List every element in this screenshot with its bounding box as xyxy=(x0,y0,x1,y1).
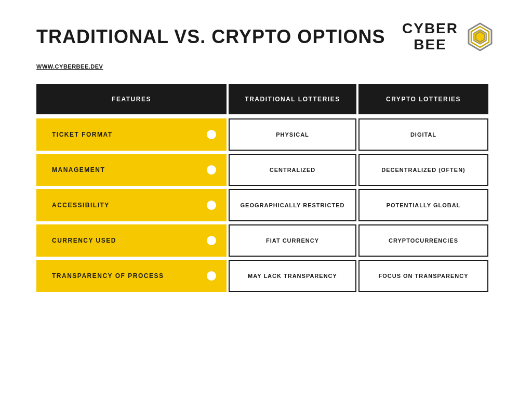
page: TRADITIONAL VS. CRYPTO OPTIONS CYBER BEE… xyxy=(0,0,532,399)
table-row: ACCESSIBILITY GEOGRAPHICALLY RESTRICTED … xyxy=(36,189,496,221)
traditional-value-accessibility: GEOGRAPHICALLY RESTRICTED xyxy=(229,189,356,221)
col-header-traditional: TRADITIONAL LOTTERIES xyxy=(229,84,356,114)
feature-label: ACCESSIBILITY xyxy=(52,202,110,209)
table-row: CURRENCY USED FIAT CURRENCY CRYPTOCURREN… xyxy=(36,224,496,257)
feature-cell-transparency: TRANSPARENCY OF PROCESS xyxy=(36,260,227,292)
feature-label: TICKET FORMAT xyxy=(52,131,113,138)
crypto-value-currency: CRYPTOCURRENCIES xyxy=(358,224,488,257)
traditional-value-currency: FIAT CURRENCY xyxy=(229,224,356,257)
feature-cell-accessibility: ACCESSIBILITY xyxy=(36,189,227,221)
table-row: TRANSPARENCY OF PROCESS MAY LACK TRANSPA… xyxy=(36,260,496,292)
feature-cell-management: MANAGEMENT xyxy=(36,154,227,186)
crypto-value-accessibility: POTENTIALLY GLOBAL xyxy=(358,189,488,221)
dot-icon xyxy=(207,165,216,175)
traditional-value-management: CENTRALIZED xyxy=(229,154,356,186)
crypto-value-ticket: DIGITAL xyxy=(358,118,488,151)
brand-logo-icon xyxy=(464,21,496,52)
dot-icon xyxy=(207,201,216,210)
feature-label: CURRENCY USED xyxy=(52,237,116,244)
traditional-value-ticket: PHYSICAL xyxy=(229,118,356,151)
page-title: TRADITIONAL VS. CRYPTO OPTIONS xyxy=(36,26,385,48)
traditional-value-transparency: MAY LACK TRANSPARENCY xyxy=(229,260,356,292)
table-body: TICKET FORMAT PHYSICAL DIGITAL MANAGEMEN… xyxy=(36,118,496,292)
feature-label: TRANSPARENCY OF PROCESS xyxy=(52,272,164,280)
table-header: FEATURES TRADITIONAL LOTTERIES CRYPTO LO… xyxy=(36,84,496,114)
brand: CYBER BEE xyxy=(402,21,496,53)
feature-cell-currency: CURRENCY USED xyxy=(36,224,227,257)
crypto-value-management: DECENTRALIZED (OFTEN) xyxy=(358,154,488,186)
table-row: TICKET FORMAT PHYSICAL DIGITAL xyxy=(36,118,496,151)
table-row: MANAGEMENT CENTRALIZED DECENTRALIZED (OF… xyxy=(36,154,496,186)
website-link[interactable]: WWW.CYBERBEE.DEV xyxy=(36,63,496,70)
dot-icon xyxy=(207,130,216,139)
feature-cell-ticket-format: TICKET FORMAT xyxy=(36,118,227,151)
header: TRADITIONAL VS. CRYPTO OPTIONS CYBER BEE xyxy=(36,21,496,53)
col-header-features: FEATURES xyxy=(36,84,227,114)
col-header-crypto: CRYPTO LOTTERIES xyxy=(358,84,488,114)
crypto-value-transparency: FOCUS ON TRANSPARENCY xyxy=(358,260,488,292)
comparison-table: FEATURES TRADITIONAL LOTTERIES CRYPTO LO… xyxy=(36,84,496,292)
brand-name: CYBER BEE xyxy=(402,21,458,53)
dot-icon xyxy=(207,236,216,245)
feature-label: MANAGEMENT xyxy=(52,166,105,174)
dot-icon xyxy=(207,271,216,281)
